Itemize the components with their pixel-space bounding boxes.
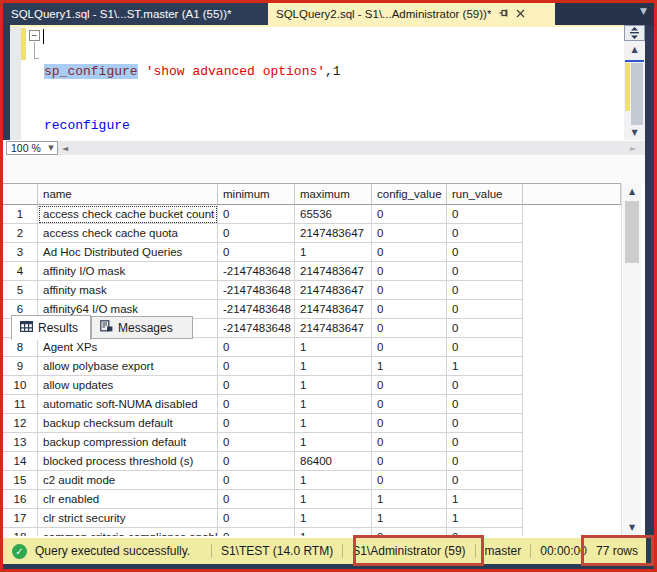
grid-cell[interactable]: 0 — [447, 471, 523, 490]
grid-cell[interactable]: 1 — [295, 414, 372, 433]
grid-cell[interactable]: 0 — [372, 243, 447, 262]
grid-vertical-scrollbar[interactable]: ▲ ▼ — [621, 184, 641, 536]
grid-cell[interactable]: 2147483647 — [295, 300, 372, 319]
grid-cell[interactable]: 1 — [295, 490, 372, 509]
row-number-cell[interactable]: 10 — [3, 376, 38, 395]
grid-cell[interactable]: 1 — [447, 357, 523, 376]
scroll-left-icon[interactable]: ◄ — [62, 144, 68, 153]
scroll-up-icon[interactable]: ▲ — [622, 187, 642, 196]
grid-cell[interactable]: blocked process threshold (s) — [38, 452, 218, 471]
row-number-cell[interactable]: 11 — [3, 395, 38, 414]
grid-cell[interactable]: 0 — [447, 281, 523, 300]
grid-cell[interactable]: 0 — [218, 357, 295, 376]
grid-cell[interactable]: clr strict security — [38, 509, 218, 528]
grid-cell[interactable]: 0 — [218, 471, 295, 490]
scroll-down-icon[interactable]: ▼ — [622, 523, 642, 532]
grid-cell[interactable]: 0 — [372, 338, 447, 357]
grid-cell[interactable]: Ad Hoc Distributed Queries — [38, 243, 218, 262]
grid-cell[interactable]: 2147483647 — [295, 262, 372, 281]
grid-cell[interactable]: 1 — [295, 376, 372, 395]
grid-cell[interactable]: -2147483648 — [218, 262, 295, 281]
grid-cell[interactable]: 0 — [372, 433, 447, 452]
grid-cell[interactable]: 0 — [218, 338, 295, 357]
grid-cell[interactable]: 1 — [447, 490, 523, 509]
grid-cell[interactable]: allow updates — [38, 376, 218, 395]
grid-cell[interactable]: 0 — [372, 300, 447, 319]
grid-cell[interactable]: Agent XPs — [38, 338, 218, 357]
grid-cell[interactable]: 0 — [372, 319, 447, 338]
grid-cell[interactable]: common criteria compliance enabled — [38, 528, 218, 536]
grid-cell[interactable]: 0 — [218, 452, 295, 471]
grid-cell[interactable]: 65536 — [295, 205, 372, 224]
row-number-cell[interactable]: 18 — [3, 528, 38, 536]
row-number-cell[interactable]: 14 — [3, 452, 38, 471]
grid-cell[interactable]: 2147483647 — [295, 281, 372, 300]
grid-cell[interactable]: maximum — [295, 184, 372, 205]
row-number-cell[interactable]: 1 — [3, 205, 38, 224]
row-number-cell[interactable]: 3 — [3, 243, 38, 262]
grid-cell[interactable]: 0 — [372, 452, 447, 471]
grid-cell[interactable]: access check cache bucket count — [38, 205, 218, 224]
zoom-level-dropdown[interactable]: 100 % ▼ — [6, 141, 58, 155]
row-number-cell[interactable]: 2 — [3, 224, 38, 243]
grid-cell[interactable]: backup compression default — [38, 433, 218, 452]
grid-cell[interactable]: 0 — [447, 319, 523, 338]
grid-cell[interactable]: 0 — [372, 281, 447, 300]
grid-cell[interactable]: c2 audit mode — [38, 471, 218, 490]
grid-cell[interactable]: -2147483648 — [218, 300, 295, 319]
grid-cell[interactable]: config_value — [372, 184, 447, 205]
row-number-cell[interactable]: 13 — [3, 433, 38, 452]
grid-cell[interactable]: 1 — [372, 490, 447, 509]
scroll-down-icon[interactable]: ▼ — [624, 128, 645, 137]
grid-cell[interactable]: 1 — [295, 471, 372, 490]
grid-cell[interactable]: 1 — [295, 509, 372, 528]
grid-cell[interactable]: 1 — [372, 357, 447, 376]
grid-cell[interactable]: 0 — [218, 376, 295, 395]
grid-cell[interactable]: backup checksum default — [38, 414, 218, 433]
grid-cell[interactable]: 1 — [295, 243, 372, 262]
pin-icon[interactable] — [499, 8, 509, 20]
grid-cell[interactable]: 2147483647 — [295, 224, 372, 243]
grid-cell[interactable]: affinity I/O mask — [38, 262, 218, 281]
row-number-cell[interactable]: 16 — [3, 490, 38, 509]
grid-cell[interactable]: 1 — [447, 509, 523, 528]
grid-cell[interactable]: affinity mask — [38, 281, 218, 300]
grid-cell[interactable]: 2147483647 — [295, 319, 372, 338]
grid-cell[interactable]: access check cache quota — [38, 224, 218, 243]
grid-cell[interactable]: 0 — [218, 509, 295, 528]
grid-cell[interactable]: -2147483648 — [218, 281, 295, 300]
row-number-cell[interactable] — [3, 184, 38, 205]
tab-results[interactable]: Results — [11, 315, 91, 340]
grid-cell[interactable]: 0 — [218, 433, 295, 452]
grid-cell[interactable]: 0 — [372, 224, 447, 243]
grid-cell[interactable]: 0 — [218, 395, 295, 414]
grid-cell[interactable]: 0 — [372, 376, 447, 395]
grid-cell[interactable]: 1 — [295, 395, 372, 414]
grid-cell[interactable]: clr enabled — [38, 490, 218, 509]
row-number-cell[interactable]: 9 — [3, 357, 38, 376]
grid-cell[interactable]: 0 — [447, 376, 523, 395]
grid-cell[interactable]: 0 — [218, 224, 295, 243]
grid-cell[interactable]: -2147483648 — [218, 319, 295, 338]
grid-cell[interactable]: 1 — [295, 357, 372, 376]
grid-cell[interactable]: 0 — [447, 300, 523, 319]
grid-cell[interactable]: 0 — [447, 433, 523, 452]
row-number-cell[interactable]: 15 — [3, 471, 38, 490]
grid-cell[interactable]: 0 — [447, 452, 523, 471]
grid-scrollbar-thumb[interactable] — [625, 201, 639, 263]
row-number-cell[interactable]: 5 — [3, 281, 38, 300]
grid-cell[interactable]: 1 — [295, 433, 372, 452]
grid-cell[interactable]: 0 — [447, 414, 523, 433]
grid-cell[interactable]: 0 — [218, 528, 295, 536]
row-number-cell[interactable]: 17 — [3, 509, 38, 528]
grid-cell[interactable]: 0 — [218, 414, 295, 433]
row-number-cell[interactable]: 4 — [3, 262, 38, 281]
tab-list-dropdown-icon[interactable]: ▼ — [640, 6, 647, 16]
grid-cell[interactable]: 86400 — [295, 452, 372, 471]
grid-cell[interactable]: 0 — [218, 243, 295, 262]
row-number-cell[interactable]: 12 — [3, 414, 38, 433]
grid-cell[interactable]: 1 — [295, 338, 372, 357]
editor-horizontal-scrollbar[interactable] — [58, 141, 645, 155]
row-number-cell[interactable]: 8 — [3, 338, 38, 357]
grid-cell[interactable]: 0 — [447, 205, 523, 224]
